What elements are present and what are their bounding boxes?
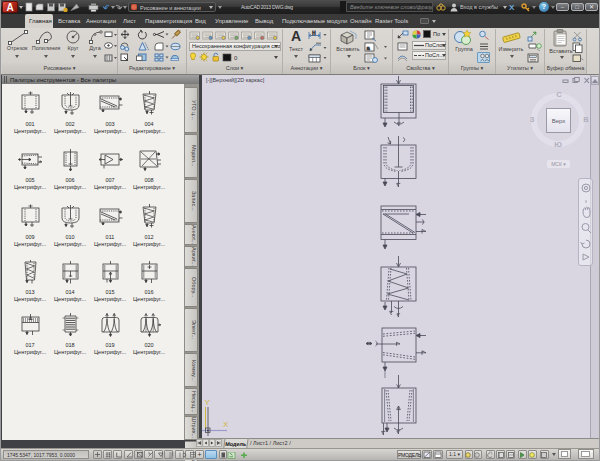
svg-text:0: 0	[234, 55, 238, 61]
svg-text:Y: Y	[205, 398, 211, 407]
svg-text:H: H	[312, 31, 315, 36]
svg-text:X: X	[223, 420, 229, 429]
